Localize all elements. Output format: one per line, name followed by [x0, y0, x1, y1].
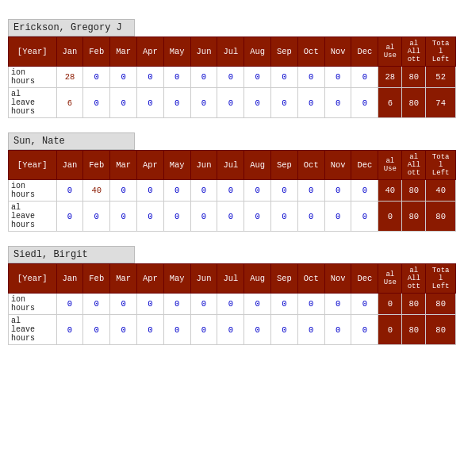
- employee-table: [Year]JanFebMarAprMayJunJulAugSepOctNovD…: [8, 150, 456, 232]
- cell-value: 0: [56, 202, 83, 232]
- cell-value: 0: [297, 180, 324, 202]
- cell-value: 0: [244, 180, 271, 202]
- cell-value: 0: [217, 180, 244, 202]
- col-month: Aug: [244, 264, 271, 294]
- cell-value: 0: [217, 202, 244, 232]
- col-month: Sep: [271, 264, 298, 294]
- cell-value: 0: [297, 88, 324, 118]
- col-month: Feb: [83, 37, 110, 67]
- table-row: ion hours0400000000000408040: [9, 180, 456, 202]
- cell-value: 0: [110, 180, 137, 202]
- cell-value: 0: [324, 315, 351, 345]
- cell-value: 0: [297, 315, 324, 345]
- cell-value: 0: [324, 180, 351, 202]
- cell-value: 0: [136, 88, 163, 118]
- cell-total: 0: [378, 202, 402, 232]
- col-summary-0: al Use: [378, 264, 402, 294]
- cell-total: 80: [402, 180, 426, 202]
- cell-value: 0: [351, 202, 378, 232]
- col-month: Jul: [217, 264, 244, 294]
- row-label: ion hours: [9, 180, 57, 202]
- col-month: Jul: [217, 37, 244, 67]
- col-month: Jan: [56, 151, 83, 180]
- table-row: al leave hours60000000000068074: [9, 88, 456, 118]
- col-year: [Year]: [9, 151, 57, 180]
- cell-value: 0: [351, 88, 378, 118]
- col-summary-1: al All ott: [402, 37, 426, 67]
- cell-value: 40: [83, 180, 110, 202]
- cell-total: 80: [402, 67, 426, 88]
- row-label: ion hours: [9, 294, 57, 315]
- cell-value: 0: [244, 67, 271, 88]
- col-month: Dec: [351, 151, 378, 180]
- cell-total: 80: [426, 202, 456, 232]
- cell-total: 0: [378, 294, 402, 315]
- cell-total: 80: [426, 294, 456, 315]
- col-month: Nov: [324, 151, 351, 180]
- col-month: Jun: [190, 151, 217, 180]
- col-month: May: [163, 151, 190, 180]
- cell-value: 0: [56, 294, 83, 315]
- cell-value: 0: [83, 67, 110, 88]
- col-month: Jun: [190, 264, 217, 294]
- cell-value: 0: [136, 180, 163, 202]
- cell-value: 0: [271, 88, 298, 118]
- cell-value: 0: [163, 202, 190, 232]
- cell-value: 0: [190, 67, 217, 88]
- row-label: al leave hours: [9, 202, 57, 232]
- col-month: May: [163, 264, 190, 294]
- row-label: ion hours: [9, 67, 57, 88]
- cell-value: 0: [190, 315, 217, 345]
- cell-value: 0: [271, 180, 298, 202]
- col-month: Jun: [190, 37, 217, 67]
- cell-value: 0: [217, 315, 244, 345]
- col-month: Feb: [83, 151, 110, 180]
- col-summary-2: Tota l Left: [426, 151, 456, 180]
- cell-total: 80: [402, 88, 426, 118]
- cell-value: 0: [190, 180, 217, 202]
- cell-total: 80: [426, 315, 456, 345]
- cell-value: 0: [271, 315, 298, 345]
- cell-total: 40: [426, 180, 456, 202]
- cell-value: 0: [110, 88, 137, 118]
- col-summary-0: al Use: [378, 151, 402, 180]
- cell-value: 0: [110, 67, 137, 88]
- col-month: Mar: [110, 151, 137, 180]
- col-month: Oct: [297, 37, 324, 67]
- cell-value: 6: [56, 88, 83, 118]
- employees-container: Erickson, Gregory J[Year]JanFebMarAprMay…: [8, 19, 456, 345]
- col-month: Apr: [136, 151, 163, 180]
- col-summary-1: al All ott: [402, 264, 426, 294]
- col-month: Dec: [351, 37, 378, 67]
- cell-value: 0: [163, 315, 190, 345]
- row-label: al leave hours: [9, 315, 57, 345]
- cell-value: 0: [244, 315, 271, 345]
- employee-name: Sun, Nate: [8, 132, 135, 150]
- cell-value: 0: [297, 67, 324, 88]
- col-month: Nov: [324, 37, 351, 67]
- col-summary-2: Tota l Left: [426, 264, 456, 294]
- cell-value: 0: [110, 315, 137, 345]
- cell-value: 0: [324, 202, 351, 232]
- cell-value: 0: [110, 202, 137, 232]
- cell-value: 0: [83, 315, 110, 345]
- cell-value: 0: [163, 294, 190, 315]
- cell-value: 0: [136, 67, 163, 88]
- cell-value: 0: [217, 67, 244, 88]
- cell-value: 0: [244, 88, 271, 118]
- cell-total: 74: [426, 88, 456, 118]
- cell-value: 28: [56, 67, 83, 88]
- cell-value: 0: [83, 88, 110, 118]
- col-year: [Year]: [9, 37, 57, 67]
- cell-total: 40: [378, 180, 402, 202]
- cell-value: 0: [217, 294, 244, 315]
- cell-value: 0: [351, 294, 378, 315]
- cell-value: 0: [324, 88, 351, 118]
- col-month: Jul: [217, 151, 244, 180]
- cell-total: 6: [378, 88, 402, 118]
- cell-value: 0: [297, 202, 324, 232]
- col-month: Mar: [110, 37, 137, 67]
- cell-value: 0: [190, 294, 217, 315]
- col-month: Oct: [297, 151, 324, 180]
- table-row: ion hours2800000000000288052: [9, 67, 456, 88]
